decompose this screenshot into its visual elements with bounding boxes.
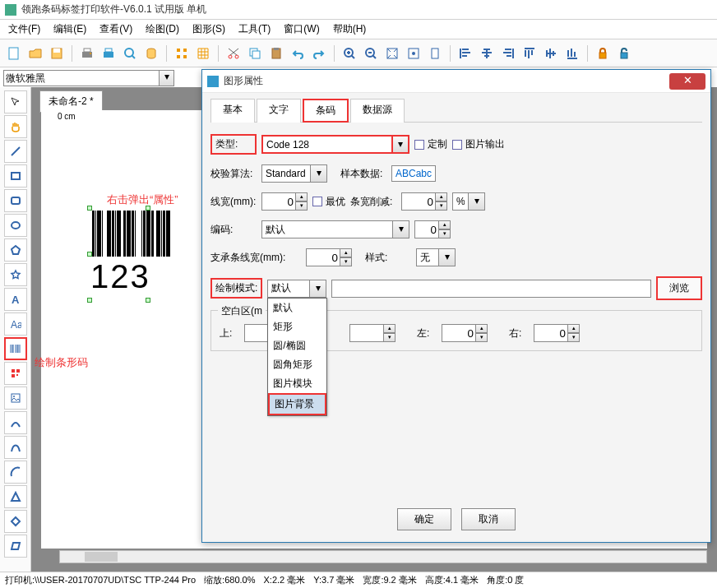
menu-help[interactable]: 帮助(H) [328,21,372,38]
copy-icon[interactable] [246,44,264,63]
menu-edit[interactable]: 编辑(E) [49,21,91,38]
roundrect-tool[interactable] [4,189,27,212]
undo-icon[interactable] [289,44,307,63]
align-middle-icon[interactable] [542,44,560,63]
imgout-checkbox[interactable]: 图片输出 [452,137,505,151]
handle-ml[interactable] [87,252,92,257]
hand-tool[interactable] [4,115,27,138]
up-btn[interactable]: ▴ [296,192,308,201]
tab-datasource[interactable]: 数据源 [350,99,405,123]
tab-basic[interactable]: 基本 [210,99,255,123]
save-icon[interactable] [48,44,66,63]
drawmode-path[interactable] [331,280,651,298]
zoom-in-icon[interactable] [340,44,358,63]
align-top-icon[interactable] [520,44,539,63]
handle-bl[interactable] [87,298,92,303]
zoom-actual-icon[interactable] [405,44,423,63]
bearer-spinner[interactable]: ▴▾ [306,248,352,266]
zoom-out-icon[interactable] [362,44,380,63]
unlock-icon[interactable] [615,44,633,63]
barcode-tool[interactable] [4,337,27,360]
database-icon[interactable] [142,44,160,63]
richtext-tool[interactable]: Aa [4,313,27,336]
print-icon[interactable] [99,44,118,63]
bezier-tool[interactable] [4,436,27,459]
handle-tl[interactable] [87,206,92,211]
tab-barcode[interactable]: 条码 [303,99,349,123]
qrcode-tool[interactable] [4,362,27,385]
dropdown-opt-rect[interactable]: 矩形 [268,317,326,336]
tab-text[interactable]: 文字 [257,99,301,123]
star-tool[interactable] [4,263,27,286]
arc-tool[interactable] [4,461,27,484]
rect-tool[interactable] [4,164,27,188]
type-value[interactable] [261,135,393,154]
align-left-icon[interactable] [456,44,474,63]
style-combo[interactable]: ▾ [416,248,456,266]
paste-icon[interactable] [267,44,285,63]
zoom-page-icon[interactable] [426,44,444,63]
curve-tool[interactable] [4,411,27,434]
menu-window[interactable]: 窗口(W) [279,21,324,38]
dropdown-opt-imgbg[interactable]: 图片背景 [268,393,326,415]
custom-checkbox[interactable]: 定制 [414,137,447,151]
grid-icon[interactable] [194,44,212,63]
ok-button[interactable]: 确定 [397,508,451,530]
lock-icon[interactable] [594,44,612,63]
dropdown-opt-roundrect[interactable]: 圆角矩形 [268,355,326,374]
check-dropdown[interactable]: ▾ [311,164,327,183]
new-doc-icon[interactable] [5,44,23,63]
dropdown-opt-ellipse[interactable]: 圆/椭圆 [268,336,326,355]
barcut-spinner[interactable]: ▴▾ [401,192,447,211]
best-checkbox[interactable]: 最优 [312,195,345,209]
parallelogram-tool[interactable] [4,535,27,558]
grid-snap-icon[interactable] [173,44,191,63]
check-combo[interactable]: ▾ [261,164,327,183]
image-tool[interactable] [4,387,27,410]
preview-icon[interactable] [121,44,139,63]
drawmode-combo[interactable]: ▾ 默认 矩形 圆/椭圆 圆角矩形 图片模块 图片背景 [267,280,326,298]
dropdown-opt-default[interactable]: 默认 [268,299,326,317]
diamond-tool[interactable] [4,510,27,533]
open-icon[interactable] [26,44,44,63]
align-center-icon[interactable] [478,44,496,63]
ellipse-tool[interactable] [4,214,27,237]
triangle-tool[interactable] [4,485,27,508]
dialog-titlebar[interactable]: 图形属性 ✕ [202,70,710,93]
pointer-tool[interactable] [4,90,27,113]
encode-combo[interactable]: ▾ [261,220,409,238]
polygon-tool[interactable] [4,238,27,262]
align-bottom-icon[interactable] [563,44,581,63]
left-spinner[interactable]: ▴▾ [442,324,488,342]
blank-spinner2[interactable]: ▴▾ [349,324,396,342]
cancel-button[interactable]: 取消 [461,508,516,530]
close-button[interactable]: ✕ [669,73,705,90]
handle-mt[interactable] [146,206,150,211]
type-dropdown[interactable]: ▾ [393,135,409,154]
dropdown-opt-imgmod[interactable]: 图片模块 [268,374,326,393]
handle-mb[interactable] [146,298,150,303]
h-scrollbar-thumb[interactable] [85,552,118,562]
barcode-object[interactable]: 123 [90,209,206,299]
check-value[interactable] [261,164,311,183]
menu-draw[interactable]: 绘图(D) [141,21,184,38]
browse-button[interactable]: 浏览 [656,276,702,300]
menu-file[interactable]: 文件(F) [3,21,45,38]
print-setup-icon[interactable] [78,44,96,63]
redo-icon[interactable] [310,44,328,63]
barcut-unit[interactable]: ▾ [452,192,485,211]
type-combo[interactable]: ▾ [261,135,409,154]
doc-tab[interactable]: 未命名-2 * [39,90,103,113]
font-name-input[interactable] [3,70,160,86]
h-scrollbar[interactable] [59,550,707,563]
linewidth-spinner[interactable]: ▴▾ [261,192,308,211]
text-tool[interactable]: A [4,288,27,311]
cut-icon[interactable] [224,44,243,63]
right-spinner[interactable]: ▴▾ [534,324,580,342]
font-dropdown-button[interactable]: ▾ [160,70,174,86]
line-tool[interactable] [4,140,27,163]
menu-shape[interactable]: 图形(S) [187,21,230,38]
menu-view[interactable]: 查看(V) [95,21,137,38]
encode-spinner[interactable]: ▴▾ [414,220,451,238]
zoom-fit-icon[interactable] [383,44,401,63]
